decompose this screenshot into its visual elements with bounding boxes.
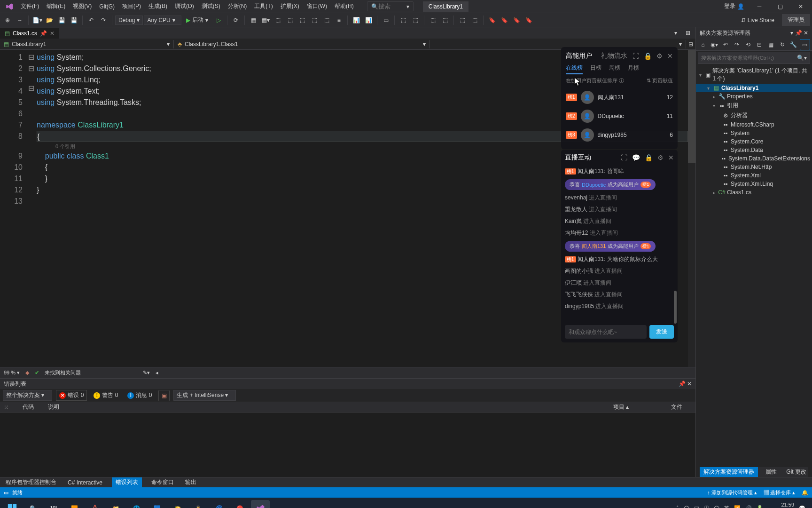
- tb-icon-15[interactable]: ⬚: [427, 15, 438, 26]
- sol-close-icon[interactable]: ✕: [804, 30, 808, 36]
- tree-ref[interactable]: ▪▪System.Xml: [696, 171, 812, 180]
- sol-switch-icon[interactable]: ◉▾: [709, 39, 719, 50]
- sol-sync-icon[interactable]: ⟲: [743, 39, 753, 50]
- maximize-button[interactable]: ▢: [771, 0, 789, 13]
- tree-ref[interactable]: ▪▪System.Data.DataSetExtensions: [696, 154, 812, 163]
- taskbar-app-1[interactable]: 🟧: [65, 500, 84, 508]
- col-file[interactable]: 文件: [671, 403, 682, 411]
- tray-clock[interactable]: 21:592023-11-11: [768, 501, 794, 508]
- tree-ref[interactable]: ▪▪System.Xml.Linq: [696, 180, 812, 188]
- taskbar-app-4[interactable]: 🍋: [168, 500, 187, 508]
- tb-icon-2[interactable]: ▦: [248, 15, 259, 26]
- menu-project[interactable]: 项目(P): [118, 0, 145, 12]
- tree-ref[interactable]: ▪▪System: [696, 129, 812, 137]
- solution-search-input[interactable]: [701, 55, 797, 61]
- tray-chevron-icon[interactable]: ˄: [676, 505, 679, 508]
- tb-icon-12[interactable]: ▭: [380, 15, 391, 26]
- tb-icon-19[interactable]: 🔖: [486, 15, 498, 26]
- menu-build[interactable]: 生成(B): [145, 0, 171, 12]
- errors-filter[interactable]: ✕错误 0: [56, 390, 87, 401]
- pin-icon[interactable]: 🔒: [644, 52, 652, 60]
- build-combo[interactable]: 生成 + IntelliSense ▾: [173, 390, 236, 401]
- admin-button[interactable]: 管理员: [782, 14, 810, 26]
- tb-icon-20[interactable]: 🔖: [499, 15, 510, 26]
- tab-weekly[interactable]: 周榜: [609, 64, 620, 74]
- tree-references[interactable]: ▾ ▪▪ 引用: [696, 101, 812, 111]
- sol-home-icon[interactable]: ⌂: [698, 39, 708, 50]
- start-nodebug-button[interactable]: ▷: [213, 15, 224, 26]
- taskbar-app-3[interactable]: 🟦: [148, 500, 166, 508]
- close-icon[interactable]: ✕: [667, 52, 673, 60]
- tray-icon-2[interactable]: 🛡: [694, 506, 699, 508]
- tb-icon-22[interactable]: 🔖: [523, 15, 534, 26]
- sol-preview-icon[interactable]: ▭: [800, 39, 810, 50]
- tray-battery-icon[interactable]: 🔋: [757, 505, 763, 508]
- scope-combo[interactable]: 整个解决方案 ▾: [3, 390, 52, 401]
- file-explorer-icon[interactable]: 📁: [106, 500, 125, 508]
- search-input[interactable]: [378, 3, 406, 10]
- menu-tools[interactable]: 工具(T): [250, 0, 276, 12]
- sol-showall-icon[interactable]: ▦: [765, 39, 776, 50]
- tb-icon-3[interactable]: ▦▾: [260, 15, 271, 26]
- tb-icon-18[interactable]: ⬚: [469, 15, 480, 26]
- user-row[interactable]: 榜2 👤 DDupoetic 11: [566, 107, 673, 126]
- tray-wifi-icon[interactable]: 📶: [734, 505, 741, 508]
- tree-properties[interactable]: ▸ 🔧 Properties: [696, 92, 812, 101]
- tab-online[interactable]: 在线榜: [566, 64, 583, 74]
- new-project-button[interactable]: 📄▾: [31, 15, 43, 26]
- messages-filter[interactable]: i消息 0: [125, 390, 155, 400]
- menu-extensions[interactable]: 扩展(X): [277, 0, 303, 12]
- tab-package-console[interactable]: 程序包管理器控制台: [4, 477, 58, 487]
- tree-project[interactable]: ▾ ▤ ClassLibrary1: [696, 84, 812, 92]
- nav-split-icon[interactable]: ⊟: [686, 41, 695, 48]
- sol-refresh-icon[interactable]: ↻: [777, 39, 788, 50]
- solution-tree[interactable]: ▾▣ 解决方案 'ClassLibrary1' (1 个项目, 共 1 个) ▾…: [696, 65, 812, 477]
- nav-project-combo[interactable]: ▤ ClassLibrary1 ▾: [0, 40, 174, 48]
- open-button[interactable]: 📂: [44, 15, 55, 26]
- redo-button[interactable]: ↷: [98, 15, 109, 26]
- tb-icon-1[interactable]: ⟳: [230, 15, 242, 26]
- sol-fwd-icon[interactable]: ↷: [732, 39, 742, 50]
- tray-lang-icon[interactable]: 英: [724, 505, 729, 508]
- tab-properties[interactable]: 属性: [764, 467, 779, 477]
- browser-icon[interactable]: 🌐: [127, 500, 146, 508]
- menu-view[interactable]: 视图(V): [69, 0, 95, 12]
- panel-pin-icon[interactable]: 📌: [679, 381, 686, 387]
- tree-solution-root[interactable]: ▾▣ 解决方案 'ClassLibrary1' (1 个项目, 共 1 个): [696, 66, 812, 84]
- tb-icon-6[interactable]: ⬚: [297, 15, 308, 26]
- menu-file[interactable]: 文件(F): [17, 0, 43, 12]
- edge-icon[interactable]: 🌀: [210, 500, 228, 508]
- platform-combo[interactable]: Any CPU▾: [144, 16, 181, 25]
- chat-input[interactable]: [565, 325, 647, 339]
- tb-icon-13[interactable]: ⬚: [398, 15, 409, 26]
- col-icon[interactable]: ⁙: [4, 404, 8, 411]
- scroll-thumb[interactable]: [688, 50, 695, 163]
- panel-close-icon[interactable]: ✕: [687, 381, 692, 387]
- start-button[interactable]: ▶启动▾: [182, 15, 212, 25]
- search-dropdown-icon[interactable]: ▾: [406, 3, 409, 10]
- quick-search[interactable]: 🔍 ▾: [367, 1, 414, 11]
- pin-icon[interactable]: 🔒: [645, 154, 653, 161]
- vertical-scrollbar[interactable]: [688, 50, 695, 367]
- select-repo[interactable]: ▦ 选择仓库 ▴: [764, 489, 795, 496]
- gifts-tab[interactable]: 礼物流水: [601, 52, 627, 59]
- close-tab-icon[interactable]: ✕: [50, 30, 55, 37]
- system-tray[interactable]: ˄ ◯ 🛡 ⓘ ◯ 英 📶 🔊 🔋 21:592023-11-11 💬: [676, 501, 809, 508]
- tb-icon-8[interactable]: ⬚: [321, 15, 332, 26]
- taskbar-app-2[interactable]: A: [86, 500, 104, 508]
- pin-icon[interactable]: 📌: [40, 30, 47, 37]
- nav-prev-icon[interactable]: ◂: [156, 370, 158, 376]
- sol-props-icon[interactable]: 🔧: [789, 39, 799, 50]
- menu-edit[interactable]: 编辑(E): [43, 0, 69, 12]
- tb-icon-14[interactable]: ⬚: [410, 15, 421, 26]
- weather-widget[interactable]: 16°: [44, 500, 63, 508]
- menu-debug[interactable]: 调试(D): [171, 0, 198, 12]
- tree-ref[interactable]: ▪▪System.Core: [696, 137, 812, 146]
- zoom-combo[interactable]: 99 % ▾: [4, 370, 20, 376]
- tb-icon-16[interactable]: ⬚: [439, 15, 451, 26]
- project-tab[interactable]: ClassLibrary1: [423, 1, 468, 12]
- visual-studio-icon[interactable]: [251, 500, 270, 508]
- filter-icon[interactable]: 💬: [632, 154, 640, 161]
- file-tab-class1[interactable]: ▤ Class1.cs 📌 ✕: [0, 28, 59, 39]
- fold-column[interactable]: ⊟ ⊟⊟: [28, 50, 37, 367]
